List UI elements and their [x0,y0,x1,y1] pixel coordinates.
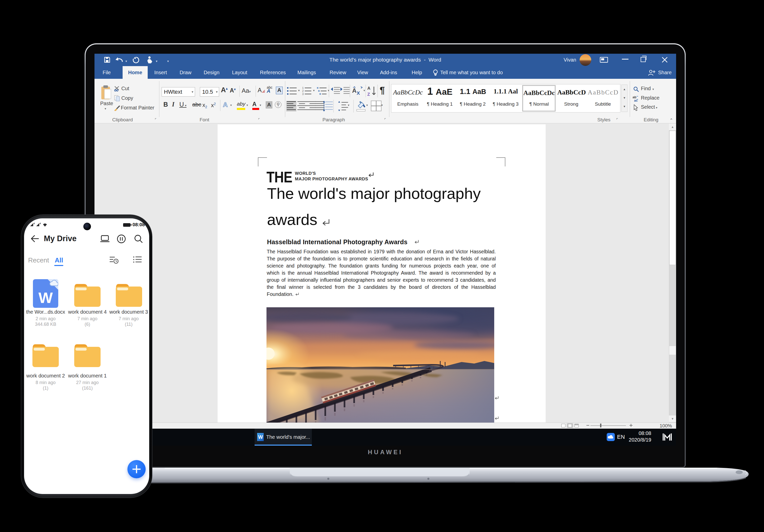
svg-text:1: 1 [302,87,304,89]
svg-text:ac: ac [634,98,638,102]
svg-text:4: 4 [33,222,35,225]
svg-text:A: A [352,87,356,94]
svg-text:X: X [357,90,360,96]
svg-text:A: A [367,86,370,91]
svg-text:W: W [39,289,53,306]
svg-text:2: 2 [302,90,304,92]
svg-text:Z: Z [367,92,370,96]
svg-text:4: 4 [40,222,41,225]
svg-text:3: 3 [302,93,304,95]
